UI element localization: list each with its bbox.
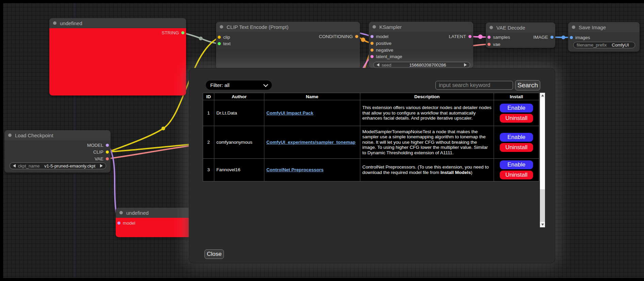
- search-button[interactable]: Search: [515, 80, 540, 90]
- port-model-output[interactable]: [106, 144, 109, 147]
- prev-arrow-icon[interactable]: [13, 164, 16, 168]
- extension-manager-dialog: Filter: all Search ID Author Name Descri…: [189, 68, 555, 263]
- scrollbar-down-icon[interactable]: [540, 222, 545, 227]
- output-label-string: STRING: [162, 30, 179, 35]
- enable-button[interactable]: Enable: [500, 160, 533, 169]
- cell-id: 1: [203, 100, 214, 126]
- port-samples-input[interactable]: [488, 36, 491, 39]
- node-title: VAE Decode: [496, 25, 525, 31]
- node-collapse-dot[interactable]: [53, 21, 56, 25]
- scrollbar-thumb[interactable]: [540, 98, 545, 189]
- input-label-samples: samples: [493, 35, 510, 40]
- port-clip-output[interactable]: [106, 151, 109, 154]
- widget-value: v1-5-pruned-emaonly.ckpt: [42, 163, 98, 169]
- extension-row: 2 comfyanonymous ComfyUI_experiments/sam…: [203, 126, 539, 159]
- port-clip-input[interactable]: [218, 36, 221, 39]
- uninstall-button[interactable]: Uninstall: [500, 114, 533, 123]
- node-collapse-dot[interactable]: [8, 134, 12, 137]
- node-title: CLIP Text Encode (Prompt): [227, 24, 288, 30]
- node-undefined-top[interactable]: undefined STRING: [49, 18, 186, 95]
- port-string-output[interactable]: [181, 31, 184, 34]
- cell-id: 2: [203, 126, 214, 159]
- node-title: undefined: [126, 210, 149, 216]
- chevron-down-icon: [263, 82, 268, 87]
- uninstall-button[interactable]: Uninstall: [500, 143, 533, 152]
- port-images-input[interactable]: [570, 36, 573, 39]
- cell-id: 3: [203, 159, 214, 181]
- port-vae-input[interactable]: [488, 43, 491, 46]
- port-negative-input[interactable]: [370, 49, 374, 52]
- port-conditioning-output[interactable]: [355, 35, 358, 38]
- header-name: Name: [264, 93, 360, 100]
- search-input[interactable]: [435, 81, 513, 90]
- node-save-image[interactable]: Save Image images filename_prefix ComfyU…: [568, 22, 640, 52]
- node-title: undefined: [60, 20, 82, 26]
- scrollbar-up-icon[interactable]: [540, 93, 545, 98]
- output-label-image: IMAGE: [533, 35, 548, 40]
- input-label-model: model: [123, 221, 135, 226]
- filter-select[interactable]: Filter: all: [206, 81, 272, 90]
- header-install: Install: [494, 93, 539, 100]
- port-image-output[interactable]: [550, 36, 554, 39]
- node-collapse-dot[interactable]: [373, 25, 376, 29]
- port-text-input[interactable]: [218, 42, 221, 45]
- cell-description: ControlNet Preprocessors. (To use this e…: [360, 159, 494, 181]
- input-label-model: model: [376, 34, 389, 39]
- input-label-clip: clip: [223, 35, 230, 40]
- node-collapse-dot[interactable]: [220, 25, 223, 29]
- filter-select-value: Filter: all: [210, 82, 230, 88]
- widget-name: seed: [382, 63, 391, 68]
- output-label-conditioning: CONDITIONING: [319, 34, 353, 39]
- cell-author: Dr.Lt.Data: [214, 100, 264, 126]
- table-header-row: ID Author Name Description Install: [203, 93, 539, 100]
- node-collapse-dot[interactable]: [119, 211, 123, 214]
- widget-name: filename_prefix: [577, 42, 607, 48]
- cell-author: comfyanonymous: [214, 126, 264, 159]
- extension-row: 3 Fannovel16 ControlNet Preprocessors Co…: [203, 159, 539, 181]
- next-arrow-icon[interactable]: [100, 164, 103, 168]
- node-undefined-bottom[interactable]: undefined model: [116, 208, 194, 237]
- input-label-positive: positive: [376, 41, 392, 46]
- output-label-model: MODEL: [87, 143, 103, 148]
- node-collapse-dot[interactable]: [572, 25, 575, 29]
- increment-arrow-icon[interactable]: [464, 63, 467, 67]
- ckpt-name-widget[interactable]: ckpt_name v1-5-pruned-emaonly.ckpt: [10, 162, 106, 169]
- node-ksampler[interactable]: KSampler model positive negative latent_…: [369, 22, 473, 68]
- input-label-negative: negative: [376, 48, 393, 53]
- node-title: Load Checkpoint: [15, 133, 53, 138]
- widget-value: 156680208700286: [394, 63, 462, 68]
- port-positive-input[interactable]: [370, 42, 374, 45]
- node-collapse-dot[interactable]: [490, 26, 493, 29]
- header-description: Description: [360, 93, 494, 100]
- port-latent-image-input[interactable]: [370, 55, 374, 58]
- scrollbar[interactable]: [540, 93, 545, 227]
- close-button[interactable]: Close: [204, 249, 224, 259]
- widget-value: ComfyUI: [609, 42, 632, 48]
- enable-button[interactable]: Enable: [500, 104, 533, 112]
- reroute-dot: [199, 37, 203, 40]
- port-latent-output[interactable]: [468, 35, 472, 38]
- input-label-images: images: [575, 35, 590, 40]
- header-id: ID: [203, 93, 214, 100]
- node-clip-text-encode[interactable]: CLIP Text Encode (Prompt) clip text COND…: [216, 22, 360, 69]
- node-load-checkpoint[interactable]: Load Checkpoint MODEL CLIP VAE ckpt_name…: [4, 130, 111, 173]
- input-label-vae: vae: [493, 42, 500, 47]
- seed-widget[interactable]: seed 156680208700286: [373, 62, 470, 68]
- port-model-input[interactable]: [370, 35, 374, 38]
- output-label-latent: LATENT: [449, 34, 466, 39]
- enable-button[interactable]: Enable: [500, 133, 533, 142]
- filename-prefix-widget[interactable]: filename_prefix ComfyUI: [573, 42, 635, 48]
- port-vae-output[interactable]: [106, 157, 109, 160]
- node-vae-decode[interactable]: VAE Decode samples vae IMAGE: [486, 22, 555, 48]
- extension-link[interactable]: ComfyUI_experiments/sampler_tonemap: [266, 140, 356, 145]
- decrement-arrow-icon[interactable]: [377, 63, 379, 67]
- output-label-vae: VAE: [95, 156, 103, 161]
- uninstall-button[interactable]: Uninstall: [500, 171, 533, 179]
- cell-description: This extension offers various detector n…: [360, 100, 494, 126]
- extension-link[interactable]: ComfyUI Impact Pack: [266, 110, 313, 116]
- reroute-dot: [562, 36, 565, 39]
- node-title: Save Image: [579, 24, 606, 30]
- extension-link[interactable]: ControlNet Preprocessors: [266, 167, 324, 172]
- port-model-input[interactable]: [117, 222, 120, 225]
- cell-description: ModelSamplerTonemapNoiseTest a node that…: [360, 126, 494, 159]
